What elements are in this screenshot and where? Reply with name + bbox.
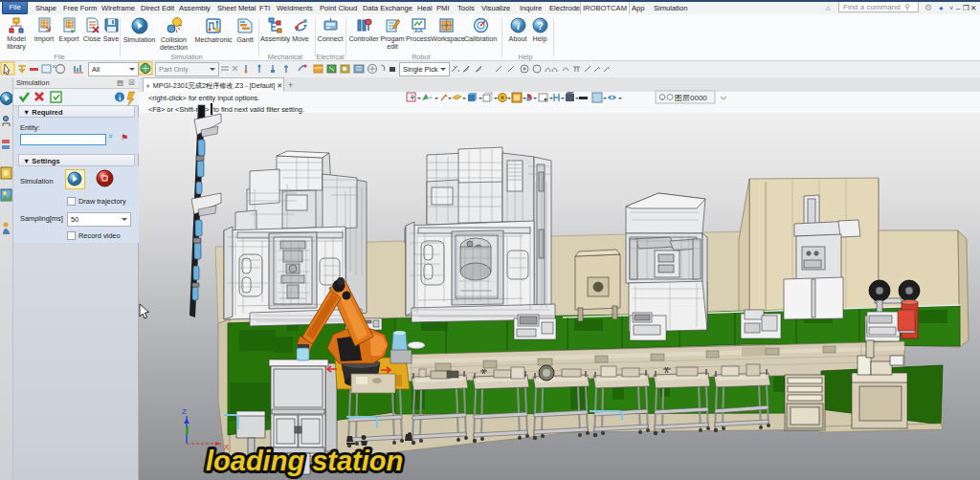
svg-text:loading station: loading station (206, 446, 403, 476)
svg-text:?: ? (537, 21, 543, 32)
svg-text:图层0000: 图层0000 (675, 94, 707, 102)
svg-text:Z: Z (182, 407, 187, 416)
